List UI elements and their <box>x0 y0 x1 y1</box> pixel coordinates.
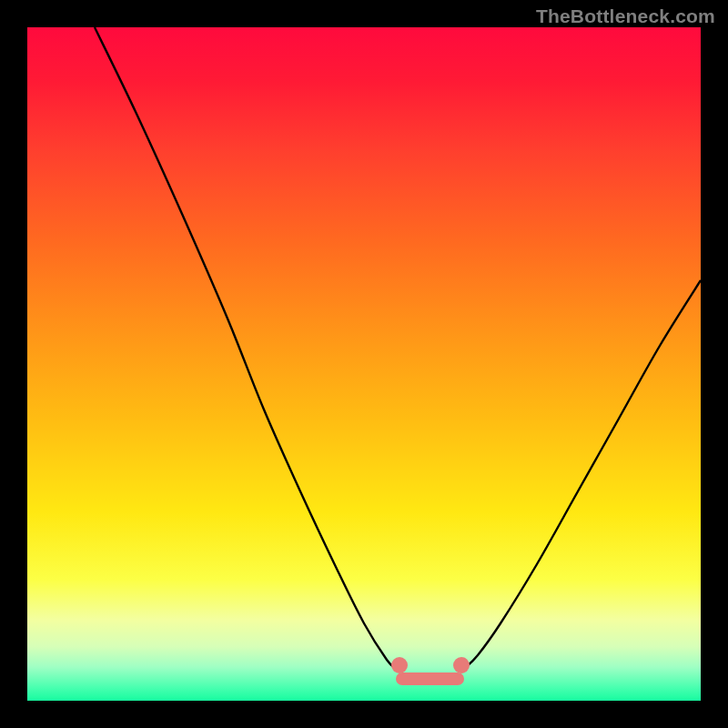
optimal-range-dot-left <box>391 657 408 673</box>
watermark-text: TheBottleneck.com <box>536 5 715 27</box>
bottleneck-curve <box>27 27 701 701</box>
optimal-range-dot-right <box>453 657 470 673</box>
plot-area <box>27 27 701 701</box>
optimal-range-bar <box>396 672 464 685</box>
